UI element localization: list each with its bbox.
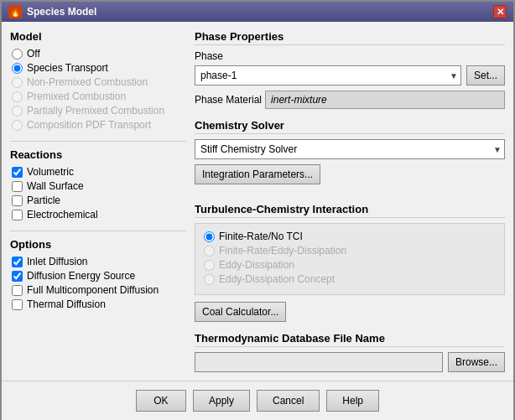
model-label-premixed: Premixed Combustion — [27, 91, 126, 102]
tci-label-eddy-dissipation-concept: Eddy-Dissipation Concept — [219, 273, 335, 285]
titlebar: 🔥 Species Model ✕ — [2, 2, 513, 22]
coal-calculator-button[interactable]: Coal Calculator... — [195, 302, 286, 322]
tci-option-eddy-dissipation: Eddy-Dissipation — [202, 259, 497, 271]
tci-title: Turbulence-Chemistry Interaction — [195, 203, 505, 218]
phase-material-prefix: Phase Material — [195, 94, 262, 106]
option-diffusion-energy[interactable]: Diffusion Energy Source — [10, 270, 186, 282]
label-volumetric: Volumetric — [27, 166, 74, 178]
solver-row: Stiff Chemistry Solver In-Situ Adaptive … — [195, 139, 505, 159]
separator-1 — [10, 141, 186, 142]
integration-params-button[interactable]: Integration Parameters... — [195, 164, 320, 184]
cancel-button[interactable]: Cancel — [257, 390, 320, 412]
model-label-off: Off — [27, 48, 40, 60]
model-option-premixed: Premixed Combustion — [10, 91, 186, 102]
phase-select-wrap: phase-1 ▼ — [195, 65, 461, 86]
model-section: Model Off Species Transport Non-Premixed… — [10, 30, 186, 131]
set-button[interactable]: Set... — [466, 65, 505, 86]
tci-radio-eddy-dissipation-concept — [204, 274, 215, 285]
tci-options-box: Finite-Rate/No TCI Finite-Rate/Eddy-Diss… — [195, 223, 505, 295]
phase-select[interactable]: phase-1 — [195, 65, 461, 86]
close-button[interactable]: ✕ — [493, 5, 507, 18]
bottom-bar: OK Apply Cancel Help — [2, 381, 513, 420]
tci-label-finite-rate-eddy: Finite-Rate/Eddy-Dissipation — [219, 245, 346, 257]
model-option-composition-pdf: Composition PDF Transport — [10, 119, 186, 131]
tci-radio-finite-rate-no-tci[interactable] — [204, 231, 215, 242]
model-title: Model — [10, 30, 186, 43]
label-full-multicomponent: Full Multicomponent Diffusion — [27, 284, 159, 296]
tci-option-eddy-dissipation-concept: Eddy-Dissipation Concept — [202, 273, 497, 285]
reactions-section: Reactions Volumetric Wall Surface Partic… — [10, 148, 186, 220]
left-panel: Model Off Species Transport Non-Premixed… — [10, 30, 186, 372]
model-option-non-premixed: Non-Premixed Combustion — [10, 76, 186, 88]
reactions-title: Reactions — [10, 148, 186, 161]
model-label-composition-pdf: Composition PDF Transport — [27, 119, 151, 131]
checkbox-diffusion-energy[interactable] — [12, 271, 23, 282]
thermo-section: Thermodynamic Database File Name ~\\isat… — [195, 332, 505, 372]
model-label-species-transport: Species Transport — [27, 62, 108, 74]
app-icon: 🔥 — [8, 5, 22, 18]
checkbox-wall-surface[interactable] — [12, 181, 23, 192]
checkbox-full-multicomponent[interactable] — [12, 285, 23, 296]
label-thermal-diffusion: Thermal Diffusion — [27, 298, 106, 310]
label-wall-surface: Wall Surface — [27, 180, 84, 192]
help-button[interactable]: Help — [326, 390, 379, 412]
option-thermal-diffusion[interactable]: Thermal Diffusion — [10, 298, 186, 310]
reaction-wall-surface[interactable]: Wall Surface — [10, 180, 186, 192]
reaction-volumetric[interactable]: Volumetric — [10, 166, 186, 178]
right-panel: Phase Properties Phase phase-1 ▼ Set... … — [195, 30, 505, 372]
coal-row: Coal Calculator... — [195, 302, 505, 322]
tci-radio-finite-rate-eddy — [204, 246, 215, 257]
main-content: Model Off Species Transport Non-Premixed… — [2, 22, 513, 381]
option-inlet-diffusion[interactable]: Inlet Diffusion — [10, 256, 186, 267]
reaction-electrochemical[interactable]: Electrochemical — [10, 209, 186, 220]
label-particle: Particle — [27, 194, 60, 206]
tci-radio-eddy-dissipation — [204, 260, 215, 271]
model-label-partially-premixed: Partially Premixed Combustion — [27, 105, 164, 117]
checkbox-inlet-diffusion[interactable] — [12, 257, 23, 267]
checkbox-particle[interactable] — [12, 195, 23, 206]
model-radio-composition-pdf — [12, 120, 23, 131]
checkbox-thermal-diffusion[interactable] — [12, 299, 23, 310]
phase-material-row: Phase Material inert-mixture — [195, 91, 505, 109]
thermo-input[interactable]: ~\\isat\data\\thermo.db — [195, 352, 443, 372]
model-option-species-transport[interactable]: Species Transport — [10, 62, 186, 74]
chemistry-solver-title: Chemistry Solver — [195, 119, 505, 134]
tci-label-eddy-dissipation: Eddy-Dissipation — [219, 259, 294, 271]
model-radio-non-premixed — [12, 77, 23, 88]
options-section: Options Inlet Diffusion Diffusion Energy… — [10, 238, 186, 310]
model-radio-species-transport[interactable] — [12, 63, 23, 74]
ok-button[interactable]: OK — [136, 390, 186, 412]
model-radio-premixed — [12, 91, 23, 102]
options-title: Options — [10, 238, 186, 251]
apply-button[interactable]: Apply — [193, 390, 250, 412]
label-diffusion-energy: Diffusion Energy Source — [27, 270, 135, 282]
model-radio-partially-premixed — [12, 106, 23, 117]
checkbox-volumetric[interactable] — [12, 167, 23, 178]
label-electrochemical: Electrochemical — [27, 209, 98, 220]
solver-select-wrap: Stiff Chemistry Solver In-Situ Adaptive … — [195, 139, 505, 159]
option-full-multicomponent[interactable]: Full Multicomponent Diffusion — [10, 284, 186, 296]
titlebar-left: 🔥 Species Model — [8, 5, 96, 18]
solver-select[interactable]: Stiff Chemistry Solver In-Situ Adaptive … — [195, 139, 505, 159]
thermo-title: Thermodynamic Database File Name — [195, 332, 505, 347]
model-option-partially-premixed: Partially Premixed Combustion — [10, 105, 186, 117]
checkbox-electrochemical[interactable] — [12, 210, 23, 220]
model-label-non-premixed: Non-Premixed Combustion — [27, 76, 148, 88]
phase-material-value: inert-mixture — [265, 91, 505, 109]
reaction-particle[interactable]: Particle — [10, 194, 186, 206]
tci-option-finite-rate-eddy: Finite-Rate/Eddy-Dissipation — [202, 245, 497, 257]
model-radio-off[interactable] — [12, 49, 23, 60]
phase-properties-section: Phase Properties Phase phase-1 ▼ Set... … — [195, 30, 505, 109]
tci-option-finite-rate-no-tci[interactable]: Finite-Rate/No TCI — [202, 231, 497, 242]
phase-row: phase-1 ▼ Set... — [195, 65, 505, 86]
browse-button[interactable]: Browse... — [448, 352, 505, 372]
phase-label: Phase — [195, 50, 505, 62]
species-model-dialog: 🔥 Species Model ✕ Model Off Species Tran… — [0, 0, 515, 420]
thermo-row: ~\\isat\data\\thermo.db Browse... — [195, 352, 505, 372]
chemistry-solver-section: Chemistry Solver Stiff Chemistry Solver … — [195, 119, 505, 193]
dialog-title: Species Model — [27, 6, 96, 18]
tci-label-finite-rate-no-tci: Finite-Rate/No TCI — [219, 231, 303, 242]
tci-section: Turbulence-Chemistry Interaction Finite-… — [195, 203, 505, 322]
label-inlet-diffusion: Inlet Diffusion — [27, 256, 88, 267]
model-option-off[interactable]: Off — [10, 48, 186, 60]
